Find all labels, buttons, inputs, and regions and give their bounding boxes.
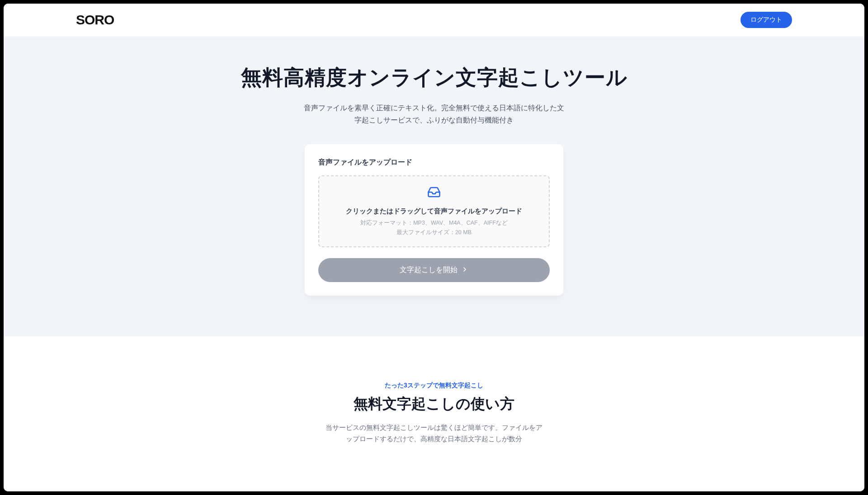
start-button-label: 文字起こしを開始 (400, 265, 458, 275)
howto-desc: 当サービスの無料文字起こしツールは驚くほど簡単です。ファイルをアップロードするだ… (326, 422, 542, 444)
spacer (4, 463, 864, 491)
hero-section: 無料高精度オンライン文字起こしツール 音声ファイルを素早く正確にテキスト化。完全… (4, 37, 864, 336)
howto-section: たった3ステップで無料文字起こし 無料文字起こしの使い方 当サービスの無料文字起… (4, 336, 864, 462)
upload-card-title: 音声ファイルをアップロード (318, 158, 550, 167)
app-frame: SORO ログアウト 無料高精度オンライン文字起こしツール 音声ファイルを素早く… (4, 4, 864, 491)
logout-button[interactable]: ログアウト (741, 12, 792, 28)
howto-title: 無料文字起こしの使い方 (4, 394, 864, 414)
upload-dropzone[interactable]: クリックまたはドラッグして音声ファイルをアップロード 対応フォーマット：MP3、… (318, 175, 550, 247)
scroll-area[interactable]: SORO ログアウト 無料高精度オンライン文字起こしツール 音声ファイルを素早く… (4, 4, 864, 491)
dropzone-text: クリックまたはドラッグして音声ファイルをアップロード (328, 207, 540, 216)
hero-title: 無料高精度オンライン文字起こしツール (4, 64, 864, 92)
dropzone-formats: 対応フォーマット：MP3、WAV、M4A、CAF、AIFFなど (328, 219, 540, 227)
upload-card: 音声ファイルをアップロード クリックまたはドラッグして音声ファイルをアップロード… (305, 144, 563, 296)
chevron-right-icon (461, 266, 468, 275)
start-transcription-button[interactable]: 文字起こしを開始 (318, 258, 550, 282)
header: SORO ログアウト (4, 4, 864, 37)
dropzone-max: 最大ファイルサイズ：20 MB (328, 229, 540, 236)
inbox-icon (328, 185, 540, 201)
hero-subtitle: 音声ファイルを素早く正確にテキスト化。完全無料で使える日本語に特化した文字起こし… (303, 102, 565, 126)
logo[interactable]: SORO (76, 12, 114, 28)
howto-eyebrow: たった3ステップで無料文字起こし (4, 382, 864, 390)
